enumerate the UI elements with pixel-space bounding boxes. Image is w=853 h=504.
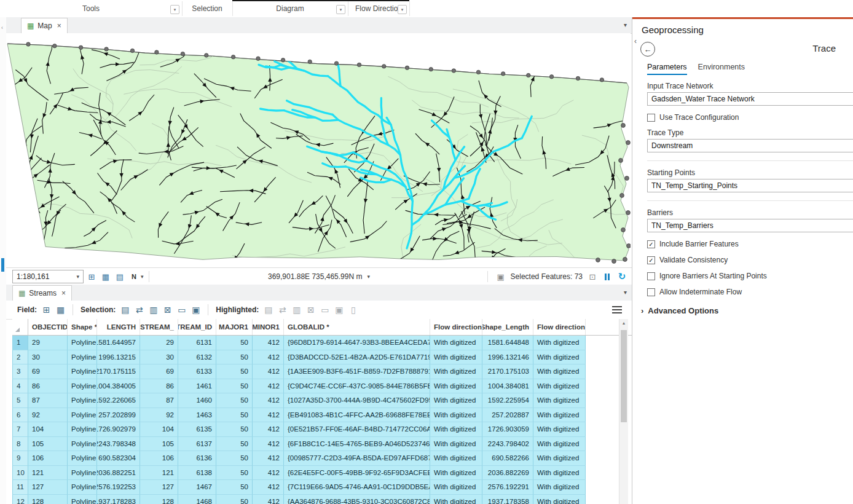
back-button[interactable]: ←	[640, 42, 655, 57]
table-cell[interactable]: With digitized	[533, 408, 586, 423]
row-number-cell[interactable]: 10	[12, 466, 28, 481]
advanced-options-expander[interactable]: › Advanced Options	[641, 306, 853, 315]
map-coordinates[interactable]: 369,901.88E 735,465.99N m ▾	[268, 272, 370, 281]
table-cell[interactable]: 1726.903059	[482, 422, 533, 437]
table-cell[interactable]: With digitized	[533, 451, 586, 466]
table-cell[interactable]: 105	[140, 437, 178, 452]
checkbox-icon[interactable]	[647, 114, 655, 122]
validate-consistency-checkbox[interactable]: ✓ Validate Consistency	[647, 256, 853, 264]
table-cell[interactable]: 6138	[178, 466, 216, 481]
table-cell[interactable]: 50	[216, 393, 253, 408]
table-cell[interactable]: 50	[216, 364, 253, 379]
column-header-stream[interactable]: STREAM_	[140, 319, 178, 335]
table-cell[interactable]: 86	[28, 379, 68, 394]
row-number-cell[interactable]: 5	[12, 393, 28, 408]
table-cell[interactable]: 128	[140, 495, 178, 504]
table-cell[interactable]: With digitized	[533, 393, 586, 408]
table-cell[interactable]: Polyline	[68, 495, 97, 504]
table-cell[interactable]: {1027A35D-3700-444A-9B9D-4C475602FD95}	[284, 393, 430, 408]
table-cell[interactable]: 6131	[178, 336, 216, 350]
highlight-clear-icon[interactable]: ⊠	[304, 304, 318, 316]
table-row[interactable]: 11127Polyline2576.192253127146750412{7C1…	[12, 480, 632, 495]
table-cell[interactable]: With digitized	[430, 480, 482, 495]
column-header-row-number[interactable]	[12, 319, 28, 335]
spatial-constraint-icon[interactable]: ⊡	[586, 272, 599, 282]
table-tabbar-chevron-icon[interactable]: ▾	[624, 289, 627, 296]
table-cell[interactable]: 50	[216, 422, 253, 437]
table-cell[interactable]: 50	[216, 466, 253, 481]
table-cell[interactable]: {AA364876-9688-43B5-9310-3C03C60872C8}	[284, 495, 430, 504]
table-cell[interactable]: 1581.644848	[482, 336, 533, 350]
add-feature-icon[interactable]: ⊞	[85, 272, 98, 282]
table-cell[interactable]: {C9D4C74E-CC6F-437C-9085-844E786B5FBD}	[284, 379, 430, 394]
column-header-shape-length[interactable]: Shape_Length	[482, 319, 533, 335]
table-cell[interactable]: Polyline	[68, 480, 97, 495]
tab-map[interactable]: ▦ Map ×	[21, 18, 68, 33]
table-cell[interactable]: With digitized	[533, 350, 586, 365]
table-cell[interactable]: 2576.192253	[97, 480, 140, 495]
row-number-cell[interactable]: 7	[12, 422, 28, 437]
table-cell[interactable]: 106	[140, 451, 178, 466]
table-cell[interactable]: 1726.902979	[97, 422, 140, 437]
table-cell[interactable]: 105	[28, 437, 68, 452]
table-cell[interactable]: 128	[28, 495, 68, 504]
table-cell[interactable]: With digitized	[430, 350, 482, 365]
table-cell[interactable]: Polyline	[68, 379, 97, 394]
table-cell[interactable]: With digitized	[533, 437, 586, 452]
column-header-stream-id[interactable]: STREAM_ID	[178, 319, 216, 335]
column-header-flow-direction[interactable]: Flow direction	[430, 319, 482, 335]
include-barrier-features-checkbox[interactable]: ✓ Include Barrier Features	[647, 240, 853, 248]
table-cell[interactable]: With digitized	[430, 393, 482, 408]
table-cell[interactable]: With digitized	[533, 422, 586, 437]
table-cell[interactable]: 1461	[178, 379, 216, 394]
table-row[interactable]: 369Polyline2170.17511569613350412{1A3EE9…	[12, 364, 632, 379]
table-cell[interactable]: {00985777-C2D3-49FA-B5DA-ED97AFFD6872}	[284, 451, 430, 466]
north-arrow-icon[interactable]: N	[128, 273, 140, 280]
table-cell[interactable]: 1996.13215	[97, 350, 140, 365]
table-cell[interactable]: 121	[140, 466, 178, 481]
tab-parameters[interactable]: Parameters	[647, 63, 687, 75]
table-cell[interactable]: With digitized	[430, 466, 482, 481]
table-cell[interactable]: 690.582304	[97, 451, 140, 466]
column-header-shape[interactable]: Shape *	[68, 319, 97, 335]
table-cell[interactable]: 2036.882251	[97, 466, 140, 481]
table-row[interactable]: 486Polyline1004.38400586146150412{C9D4C7…	[12, 379, 632, 394]
table-row[interactable]: 587Polyline1592.22606587146050412{1027A3…	[12, 393, 632, 408]
table-row[interactable]: 10121Polyline2036.882251121613850412{62E…	[12, 466, 632, 481]
input-trace-network-input[interactable]: Gadsden_Water Trace Network	[647, 92, 853, 106]
row-number-cell[interactable]: 2	[12, 350, 28, 365]
barriers-input[interactable]: TN_Temp_Barriers	[647, 219, 853, 232]
table-cell[interactable]: 104	[28, 422, 68, 437]
column-header-length[interactable]: LENGTH	[97, 319, 140, 335]
table-cell[interactable]: {6F1B8C1C-14E5-4765-BEB9-A046D523746E}	[284, 437, 430, 452]
table-cell[interactable]: 412	[253, 451, 284, 466]
table-cell[interactable]: Polyline	[68, 393, 97, 408]
checkbox-icon[interactable]	[647, 272, 655, 280]
table-cell[interactable]: With digitized	[430, 408, 482, 423]
checkbox-icon[interactable]: ✓	[647, 256, 655, 264]
table-cell[interactable]: With digitized	[533, 336, 586, 350]
table-cell[interactable]: 127	[140, 480, 178, 495]
table-cell[interactable]: Polyline	[68, 408, 97, 423]
table-cell[interactable]: 50	[216, 408, 253, 423]
table-cell[interactable]: 1581.644957	[97, 336, 140, 350]
table-cell[interactable]: 1592.226065	[97, 393, 140, 408]
table-cell[interactable]: 1004.384005	[97, 379, 140, 394]
status-tools-chevron-icon[interactable]: ▾	[141, 274, 144, 280]
table-menu-icon[interactable]	[612, 306, 622, 313]
table-cell[interactable]: With digitized	[430, 336, 482, 350]
table-cell[interactable]: 2243.798348	[97, 437, 140, 452]
checkbox-icon[interactable]	[647, 288, 655, 296]
table-cell[interactable]: 412	[253, 422, 284, 437]
table-cell[interactable]: Polyline	[68, 364, 97, 379]
table-cell[interactable]: 50	[216, 336, 253, 350]
clear-selection-icon[interactable]: ⊠	[160, 304, 175, 316]
use-trace-configuration-checkbox[interactable]: Use Trace Configuration	[647, 113, 853, 122]
table-cell[interactable]: 50	[216, 495, 253, 504]
switch-selection-icon[interactable]: ⇄	[132, 304, 146, 316]
trace-type-select[interactable]: Downstream	[647, 139, 853, 152]
table-cell[interactable]: 1460	[178, 393, 216, 408]
column-header-objectid[interactable]: OBJECTID *	[28, 319, 68, 335]
table-vertical-scrollbar[interactable]: ▴	[619, 319, 628, 504]
table-cell[interactable]: 1463	[178, 408, 216, 423]
